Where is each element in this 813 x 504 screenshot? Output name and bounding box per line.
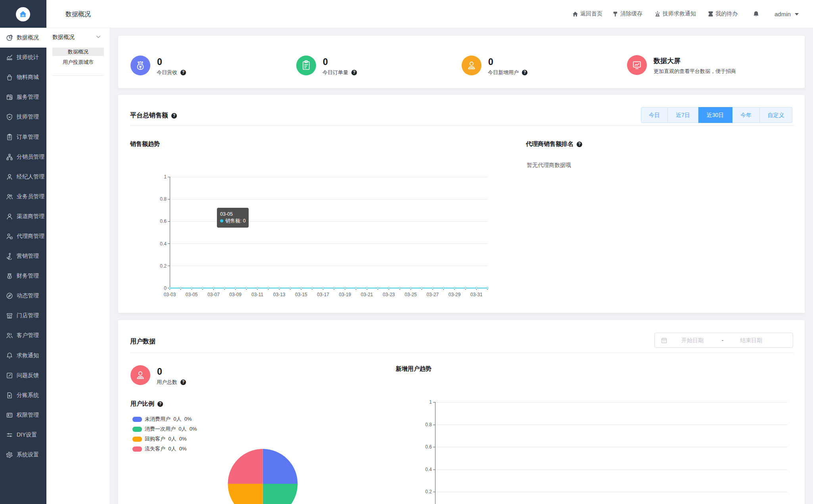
svg-text:03-17: 03-17 [317, 292, 329, 297]
svg-text:03-19: 03-19 [339, 292, 351, 297]
svg-text:03-31: 03-31 [470, 292, 483, 297]
svg-text:0.4: 0.4 [160, 241, 167, 247]
svg-text:0.2: 0.2 [160, 263, 167, 269]
svg-text:03-23: 03-23 [383, 292, 395, 297]
svg-text:03-13: 03-13 [273, 292, 286, 297]
svg-text:0.6: 0.6 [425, 444, 432, 450]
svg-text:03-05: 03-05 [186, 292, 198, 297]
svg-text:1: 1 [164, 174, 167, 180]
svg-text:03-27: 03-27 [427, 292, 439, 297]
svg-text:0.2: 0.2 [425, 489, 432, 494]
svg-text:1: 1 [429, 399, 432, 405]
svg-text:03-07: 03-07 [207, 292, 220, 297]
svg-text:0.4: 0.4 [425, 467, 432, 472]
svg-text:0.8: 0.8 [425, 422, 432, 427]
svg-text:03-25: 03-25 [405, 292, 417, 297]
svg-text:03-03: 03-03 [164, 292, 176, 297]
svg-text:03-09: 03-09 [229, 292, 242, 297]
svg-text:03-11: 03-11 [251, 292, 263, 297]
svg-text:03-15: 03-15 [295, 292, 307, 297]
svg-text:03-29: 03-29 [449, 292, 461, 297]
svg-text:0: 0 [164, 286, 167, 291]
svg-text:0.6: 0.6 [160, 218, 167, 224]
svg-text:0.8: 0.8 [160, 196, 167, 202]
svg-text:03-21: 03-21 [361, 292, 373, 297]
